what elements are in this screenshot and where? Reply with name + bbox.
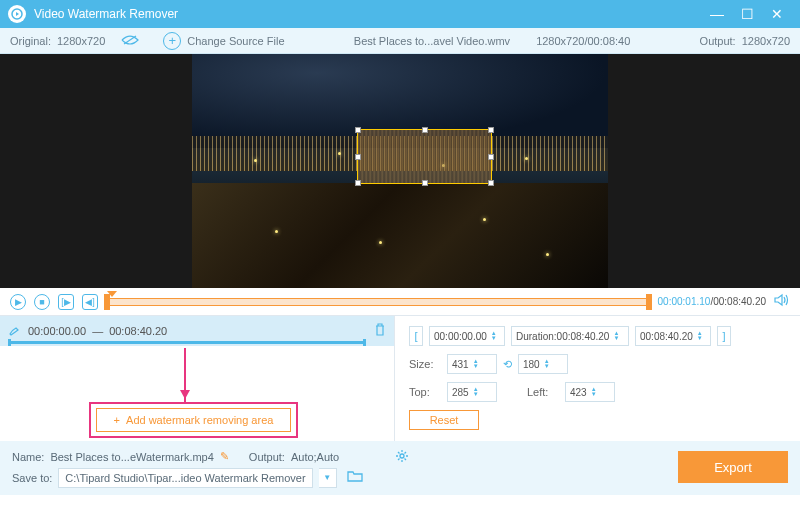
save-path-input[interactable]: C:\Tipard Studio\Tipar...ideo Watermark … [58, 468, 312, 488]
segment-track[interactable] [8, 341, 366, 344]
left-input[interactable]: 423▲▼ [565, 382, 615, 402]
timeline-time: 00:00:01.10/00:08:40.20 [658, 296, 766, 307]
close-button[interactable]: ✕ [762, 6, 792, 22]
saveto-label: Save to: [12, 472, 52, 484]
segment-dash: — [92, 325, 103, 337]
video-frame [192, 54, 608, 288]
mark-in-button[interactable]: [▶ [58, 294, 74, 310]
segment-bar[interactable]: 00:00:00.00 — 00:08:40.20 [0, 316, 394, 346]
set-start-button[interactable]: [ [409, 326, 423, 346]
plus-icon: + [163, 32, 181, 50]
app-title: Video Watermark Remover [34, 7, 702, 21]
visibility-off-icon[interactable] [121, 34, 139, 48]
top-input[interactable]: 285▲▼ [447, 382, 497, 402]
path-dropdown-button[interactable]: ▼ [319, 468, 337, 488]
output-settings-button[interactable] [395, 449, 409, 465]
timeline: ▶ ■ [▶ ◀] 00:00:01.10/00:08:40.20 [0, 288, 800, 316]
edit-name-button[interactable]: ✎ [220, 450, 229, 463]
svg-point-2 [400, 454, 404, 458]
total-time: 00:08:40.20 [713, 296, 766, 307]
name-label: Name: [12, 451, 44, 463]
change-source-button[interactable]: + Change Source File [163, 32, 284, 50]
play-button[interactable]: ▶ [10, 294, 26, 310]
open-folder-button[interactable] [347, 470, 363, 485]
segments-panel: 00:00:00.00 — 00:08:40.20 + Add watermar… [0, 316, 395, 441]
segment-end: 00:08:40.20 [109, 325, 167, 337]
output-value: Auto;Auto [291, 451, 339, 463]
reset-button[interactable]: Reset [409, 410, 479, 430]
annotation-arrow [184, 348, 186, 403]
original-dims: 1280x720 [57, 35, 105, 47]
maximize-button[interactable]: ☐ [732, 6, 762, 22]
output-label: Output: [249, 451, 285, 463]
export-button[interactable]: Export [678, 451, 788, 483]
top-label: Top: [409, 386, 441, 398]
original-label: Original: [10, 35, 51, 47]
output-dims: 1280x720 [742, 35, 790, 47]
duration-input[interactable]: Duration:00:08:40.20▲▼ [511, 326, 629, 346]
width-input[interactable]: 431▲▼ [447, 354, 497, 374]
range-start-handle[interactable] [104, 294, 110, 310]
name-value: Best Places to...eWatermark.mp4 [50, 451, 213, 463]
titlebar: Video Watermark Remover ― ☐ ✕ [0, 0, 800, 28]
output-label: Output: [700, 35, 736, 47]
minimize-button[interactable]: ― [702, 6, 732, 22]
height-input[interactable]: 180▲▼ [518, 354, 568, 374]
parameters-panel: [ 00:00:00.00▲▼ Duration:00:08:40.20▲▼ 0… [395, 316, 800, 441]
add-watermark-area-button[interactable]: + Add watermark removing area [96, 408, 291, 432]
range-start-input[interactable]: 00:00:00.00▲▼ [429, 326, 505, 346]
stop-button[interactable]: ■ [34, 294, 50, 310]
range-end-input[interactable]: 00:08:40.20▲▼ [635, 326, 711, 346]
timeline-track[interactable] [106, 298, 650, 306]
brush-icon [8, 323, 22, 339]
segment-start: 00:00:00.00 [28, 325, 86, 337]
plus-icon: + [114, 414, 120, 426]
watermark-selection-box[interactable] [357, 129, 492, 184]
down-icon[interactable]: ▼ [491, 336, 497, 341]
aspect-lock-icon[interactable]: ⟲ [503, 358, 512, 371]
change-source-label: Change Source File [187, 35, 284, 47]
range-end-handle[interactable] [646, 294, 652, 310]
bottom-bar: Name: Best Places to...eWatermark.mp4 ✎ … [0, 441, 800, 495]
left-label: Left: [527, 386, 559, 398]
delete-segment-button[interactable] [374, 323, 386, 339]
add-watermark-label: Add watermark removing area [126, 414, 273, 426]
size-label: Size: [409, 358, 441, 370]
video-preview[interactable] [0, 54, 800, 288]
toolbar: Original: 1280x720 + Change Source File … [0, 28, 800, 54]
panels: 00:00:00.00 — 00:08:40.20 + Add watermar… [0, 316, 800, 441]
current-time: 00:00:01.10 [658, 296, 711, 307]
file-meta: 1280x720/00:08:40 [536, 35, 630, 47]
mark-out-button[interactable]: ◀] [82, 294, 98, 310]
filename: Best Places to...avel Video.wmv [354, 35, 510, 47]
set-end-button[interactable]: ] [717, 326, 731, 346]
volume-icon[interactable] [774, 293, 790, 310]
app-logo-icon [8, 5, 26, 23]
